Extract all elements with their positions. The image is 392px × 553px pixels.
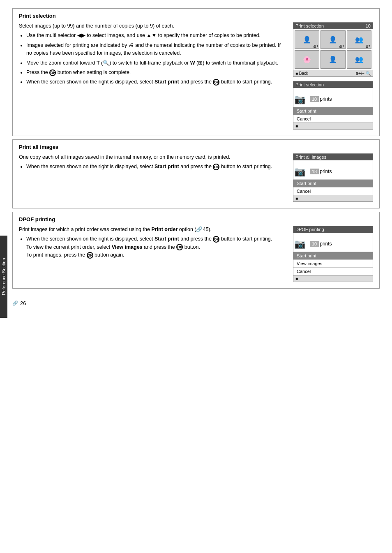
screen-footer-left: ■ Back <box>295 71 308 76</box>
bullet-press-ok: Press the OK button when setting is comp… <box>26 69 287 76</box>
thumb-figure-1: 👤 <box>303 37 311 43</box>
bullet-dpof-start: When the screen shown on the right is di… <box>26 235 287 259</box>
section-content-print-all: One copy each of all images saved in the… <box>19 153 373 202</box>
section-title-dpof: DPOF printing <box>19 216 373 222</box>
ok-icon-2: OK <box>213 79 219 86</box>
screen-header-title-all: Print all images <box>295 155 326 160</box>
section-content-dpof: Print images for which a print order was… <box>19 226 373 282</box>
screen-bottom-dpof: ■ <box>293 275 373 282</box>
menu-cancel-ps[interactable]: Cancel <box>293 115 373 123</box>
dpof-bullets: When the screen shown on the right is di… <box>26 235 287 259</box>
menu-start-print-ps[interactable]: Start print <box>293 107 373 115</box>
screen-right-dpof: 10 prints <box>306 233 373 252</box>
thumb-5: 👤 <box>321 50 345 69</box>
prints-line-ps: 10 prints <box>306 88 373 106</box>
prints-line-dpof: 10 prints <box>306 233 373 251</box>
thumb-count-3: 🖨3 <box>365 44 370 48</box>
screen-print-selection-thumbs: Print selection 10 👤 🖨1 👤 🖨1 <box>293 22 373 77</box>
print-selection-para1: Select images (up to 99) and the number … <box>19 22 287 30</box>
section-print-all: Print all images One copy each of all im… <box>12 139 380 208</box>
screen-header-menu: Print selection <box>293 81 373 88</box>
screen-header-all: Print all images <box>293 154 373 160</box>
thumb-6: 👥 <box>347 50 371 69</box>
section-title-print-selection: Print selection <box>19 13 373 19</box>
page-number: 26 <box>20 300 26 306</box>
prints-line-all: 18 prints <box>306 160 373 178</box>
screen-right-all: 18 prints <box>306 160 373 179</box>
thumb-figure-3: 👥 <box>355 37 363 43</box>
screen-left-dpof: 📷 <box>293 233 306 252</box>
prints-count-all: 18 <box>310 169 319 174</box>
thumb-1: 👤 🖨1 <box>295 30 319 49</box>
screens-print-selection: Print selection 10 👤 🖨1 👤 🖨1 <box>293 22 373 130</box>
screen-inner-ps: 📷 10 prints <box>293 88 373 107</box>
footer-link-icon: 🔗 <box>12 301 18 306</box>
section-content-print-selection: Select images (up to 99) and the number … <box>19 22 373 130</box>
thumbnail-grid: 👤 🖨1 👤 🖨1 👥 🖨3 🌸 <box>293 29 373 70</box>
bullet-images-indicated: Images selected for printing are indicat… <box>26 42 287 58</box>
thumb-count-1: 🖨1 <box>313 44 318 48</box>
screen-dpof: DPOF printing 📷 10 prints Start print <box>293 226 373 282</box>
dpof-para1: Print images for which a print order was… <box>19 226 287 234</box>
menu-cancel-all[interactable]: Cancel <box>293 187 373 195</box>
screen-footer-right: ⊕+/− 🔍 <box>355 71 371 76</box>
screen-print-selection-menu: Print selection 📷 10 prints <box>293 81 373 130</box>
thumb-2: 👤 🖨1 <box>321 30 345 49</box>
menu-start-print-all[interactable]: Start print <box>293 179 373 187</box>
thumb-figure-6: 👥 <box>355 56 363 63</box>
screen-header-thumbs: Print selection 10 <box>293 23 373 29</box>
prints-count-dpof: 10 <box>310 241 319 247</box>
screen-left-all: 📷 <box>293 160 306 179</box>
thumb-3: 👥 🖨3 <box>347 30 371 49</box>
prints-label-dpof: prints <box>320 241 332 247</box>
screen-footer-thumbs: ■ Back ⊕+/− 🔍 <box>293 70 373 76</box>
screen-inner-dpof: 📷 10 prints <box>293 233 373 252</box>
page-container: Print selection Select images (up to 99)… <box>12 8 380 306</box>
bullet-print-all-start: When the screen shown on the right is di… <box>26 163 287 171</box>
thumb-4: 🌸 <box>295 50 319 69</box>
menu-all: Start print Cancel <box>293 179 373 195</box>
menu-view-images-dpof[interactable]: View images <box>293 259 373 267</box>
section-text-print-all: One copy each of all images saved in the… <box>19 153 287 173</box>
section-text-print-selection: Select images (up to 99) and the number … <box>19 22 287 88</box>
menu-dpof: Start print View images Cancel <box>293 252 373 275</box>
camera-icon-all: 📷 <box>292 164 307 179</box>
ok-icon-6: OK <box>87 252 93 259</box>
thumb-count-2: 🖨1 <box>339 44 344 48</box>
print-all-para1: One copy each of all images saved in the… <box>19 153 287 161</box>
section-title-print-all: Print all images <box>19 144 373 150</box>
screen-header-count: 10 <box>366 23 371 28</box>
prints-count-ps: 10 <box>310 96 319 102</box>
screen-inner-all: 📷 18 prints <box>293 160 373 179</box>
screen-header-title-menu: Print selection <box>295 82 324 87</box>
screen-header-title-dpof: DPOF printing <box>295 227 324 232</box>
page-footer: 🔗 26 <box>12 300 380 306</box>
sidebar-label: Reference Section <box>0 236 7 318</box>
ok-icon-1: OK <box>49 69 56 76</box>
ok-icon-3: OK <box>213 164 219 170</box>
screen-left-ps: 📷 <box>293 88 306 107</box>
screen-header-title-thumbs: Print selection <box>295 23 324 28</box>
section-print-selection: Print selection Select images (up to 99)… <box>12 8 380 136</box>
bullet-multiselector: Use the multi selector ◀▶ to select imag… <box>26 32 287 39</box>
ok-icon-4: OK <box>213 236 219 243</box>
screen-right-ps: 10 prints <box>306 88 373 107</box>
thumb-figure-4: 🌸 <box>303 56 311 63</box>
thumb-figure-5: 👤 <box>329 56 337 63</box>
screen-print-all: Print all images 📷 18 prints Start print <box>293 153 373 202</box>
bullet-zoom-control: Move the zoom control toward T (🔍) to sw… <box>26 59 287 67</box>
menu-ps: Start print Cancel <box>293 107 373 123</box>
camera-icon-ps: 📷 <box>292 92 307 107</box>
print-selection-bullets: Use the multi selector ◀▶ to select imag… <box>26 32 287 86</box>
menu-start-print-dpof[interactable]: Start print <box>293 252 373 259</box>
print-all-bullets: When the screen shown on the right is di… <box>26 163 287 171</box>
section-dpof: DPOF printing Print images for which a p… <box>12 212 380 289</box>
sidebar-label-text: Reference Section <box>1 258 6 295</box>
section-text-dpof: Print images for which a print order was… <box>19 226 287 261</box>
ok-icon-5: OK <box>176 244 183 250</box>
menu-cancel-dpof[interactable]: Cancel <box>293 267 373 275</box>
prints-label-all: prints <box>320 169 332 174</box>
camera-icon-dpof: 📷 <box>292 237 307 252</box>
prints-label-ps: prints <box>320 96 332 102</box>
screen-header-dpof: DPOF printing <box>293 226 373 233</box>
